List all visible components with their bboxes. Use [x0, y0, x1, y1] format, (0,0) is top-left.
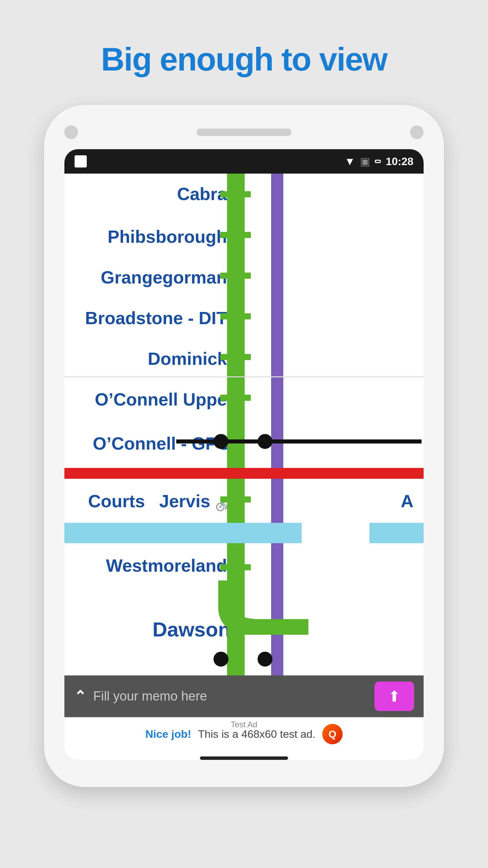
interchange-circle-right [258, 434, 272, 449]
station-tick [220, 395, 251, 401]
status-left [75, 155, 87, 167]
green-curve-svg [193, 580, 308, 635]
station-name: Broadstone - DIT [85, 308, 227, 328]
ad-nice-job: Nice job! [145, 728, 191, 741]
station-name: Phibsborough [108, 226, 227, 247]
interchange-bar-right [272, 439, 422, 443]
interchange-bar-left [176, 439, 214, 443]
memo-left: ⌃ Fill your memo here [74, 688, 374, 705]
signal-icon: ▣ [360, 155, 370, 168]
phone-screen: ▼ ▣ 10:28 Cabra Phibsborough [64, 149, 424, 760]
status-time: 10:28 [386, 155, 413, 168]
home-indicator [200, 756, 288, 760]
memo-chevron-icon[interactable]: ⌃ [74, 688, 86, 705]
transit-map[interactable]: Cabra Phibsborough Grangegorman Broadsto… [64, 174, 424, 675]
phone-sensor [410, 125, 424, 139]
station-tick [220, 232, 251, 238]
battery-icon [375, 160, 381, 163]
ad-label: Test Ad [227, 720, 261, 729]
phone-speaker [197, 129, 291, 136]
ad-banner[interactable]: Test Ad Nice job! This is a 468x60 test … [64, 717, 424, 750]
station-tick [220, 313, 251, 319]
station-name: Grangegorman [101, 267, 227, 288]
phone-camera [64, 125, 78, 139]
station-name-a: A [401, 491, 413, 511]
phone-top-hardware [64, 125, 424, 139]
red-line [64, 468, 424, 479]
blue-band-middle [247, 523, 298, 543]
station-name: Dominick [148, 349, 227, 369]
station-tick [220, 191, 251, 197]
interchange-circle-partial [214, 652, 228, 667]
ad-text: This is a 468x60 test ad. [198, 728, 316, 741]
status-right: ▼ ▣ 10:28 [344, 155, 413, 168]
memo-placeholder[interactable]: Fill your memo here [93, 689, 207, 704]
blue-band-right [369, 523, 424, 543]
station-name: O’Connell Upper [95, 389, 234, 410]
interchange-circle-partial-2 [258, 652, 272, 667]
station-name-courts: Courts [88, 491, 145, 511]
station-tick [220, 496, 251, 502]
notification-icon [75, 155, 87, 167]
station-tick [220, 354, 251, 360]
status-bar: ▼ ▣ 10:28 [64, 149, 424, 174]
interchange-circle-left [214, 434, 228, 449]
wifi-icon: ▼ [344, 155, 355, 168]
station-name: Westmoreland [106, 555, 227, 576]
share-icon: ⬆ [388, 688, 401, 705]
station-name: Cabra [177, 184, 227, 204]
divider [64, 376, 424, 377]
station-tick [220, 273, 251, 279]
page-title: Big enough to view [101, 41, 387, 78]
memo-bar[interactable]: ⌃ Fill your memo here ⬆ [64, 675, 424, 717]
ad-logo[interactable]: Q [322, 724, 343, 744]
share-button[interactable]: ⬆ [374, 682, 414, 711]
station-tick [220, 564, 251, 570]
phone-frame: ▼ ▣ 10:28 Cabra Phibsborough [44, 105, 444, 787]
